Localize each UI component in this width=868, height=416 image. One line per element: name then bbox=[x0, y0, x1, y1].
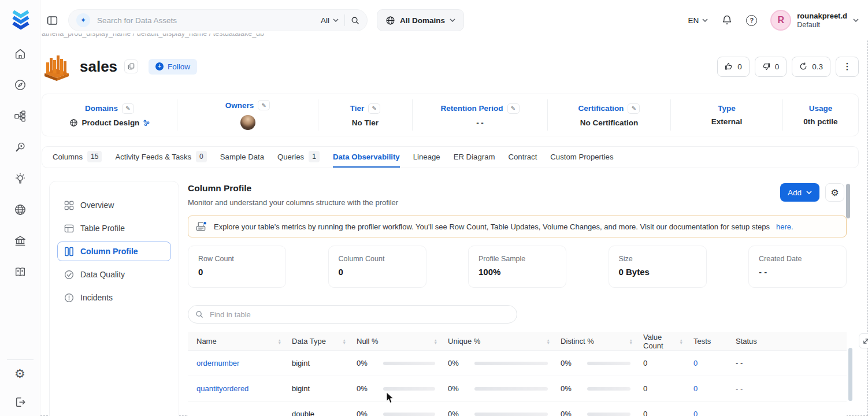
banner-text: Explore your table's metrics by running … bbox=[214, 222, 770, 231]
sort-icon[interactable]: ▲▼ bbox=[343, 339, 346, 344]
section-subtitle: Monitor and understand your columns stru… bbox=[188, 198, 398, 207]
lineage-graph-icon[interactable] bbox=[13, 109, 27, 123]
search-icon[interactable] bbox=[351, 16, 359, 25]
search-scope-dropdown[interactable]: All bbox=[321, 16, 339, 25]
sort-icon[interactable]: ▲▼ bbox=[434, 339, 437, 344]
edit-domains-icon[interactable]: ✎ bbox=[122, 103, 134, 114]
status-cell: - - bbox=[736, 359, 847, 367]
edit-tier-icon[interactable]: ✎ bbox=[368, 103, 380, 114]
owner-avatar[interactable] bbox=[240, 115, 255, 130]
header-unique-pct[interactable]: Unique % ▲▼ bbox=[448, 337, 561, 346]
resize-diagonal-icon bbox=[862, 337, 868, 345]
breadcrumb[interactable]: athena_prod_display_name / default_displ… bbox=[42, 34, 400, 40]
logout-icon[interactable] bbox=[13, 395, 27, 409]
sort-icon[interactable]: ▲▼ bbox=[680, 339, 683, 344]
upvote-button[interactable]: 0 bbox=[717, 57, 750, 77]
user-avatar[interactable]: R bbox=[770, 10, 791, 31]
settings-gear-icon[interactable]: ⚙ bbox=[13, 366, 27, 380]
header-data-type[interactable]: Data Type ▲▼ bbox=[292, 337, 357, 346]
edit-retention-icon[interactable]: ✎ bbox=[507, 103, 520, 114]
distinct-pct-cell: 0% bbox=[561, 359, 643, 367]
domain-value[interactable]: Product Design bbox=[82, 118, 140, 127]
stat-card-column-count: Column Count 0 bbox=[328, 246, 426, 288]
page-scrollbar-thumb[interactable] bbox=[846, 184, 850, 218]
usage-value: 0th pctile bbox=[803, 117, 837, 126]
nav-item-overview[interactable]: Overview bbox=[57, 195, 171, 215]
global-search[interactable]: ✦ All bbox=[68, 9, 368, 31]
data-quality-check-icon bbox=[64, 269, 74, 280]
edit-owners-icon[interactable]: ✎ bbox=[258, 100, 270, 110]
nav-item-table-profile[interactable]: Table Profile bbox=[57, 218, 171, 238]
panel-collapse-handle[interactable] bbox=[859, 333, 868, 348]
language-label: EN bbox=[688, 16, 699, 25]
copy-name-icon[interactable] bbox=[124, 60, 138, 73]
rail-divider bbox=[7, 359, 34, 360]
column-profile-icon bbox=[64, 246, 74, 257]
tab-lineage[interactable]: Lineage bbox=[413, 147, 440, 168]
sidebar-toggle-icon[interactable] bbox=[45, 13, 59, 27]
all-domains-label: All Domains bbox=[400, 16, 445, 25]
govern-bank-icon[interactable] bbox=[13, 234, 27, 248]
glossary-book-icon[interactable] bbox=[13, 265, 27, 279]
banner-here-link[interactable]: here. bbox=[776, 222, 793, 231]
sort-icon[interactable]: ▲▼ bbox=[547, 339, 550, 344]
column-name-link[interactable]: quantityordered bbox=[188, 384, 292, 393]
edit-certification-icon[interactable]: ✎ bbox=[628, 103, 640, 114]
ai-sparkle-icon[interactable]: ✦ bbox=[76, 13, 90, 27]
tab-columns[interactable]: Columns 15 bbox=[53, 147, 102, 168]
tab-er-diagram[interactable]: ER Diagram bbox=[454, 147, 495, 168]
domains-globe-icon[interactable] bbox=[13, 203, 27, 217]
stat-card-row-count: Row Count 0 bbox=[188, 246, 286, 288]
tests-link[interactable]: 0 bbox=[693, 359, 736, 367]
meta-usage: Usage 0th pctile bbox=[783, 104, 858, 126]
search-input[interactable] bbox=[96, 16, 315, 25]
unique-pct-cell: 0% bbox=[448, 359, 561, 367]
help-icon[interactable]: ? bbox=[746, 15, 757, 26]
observability-search-icon[interactable] bbox=[13, 140, 27, 154]
header-value-count[interactable]: Value Count ▲▼ bbox=[643, 333, 693, 350]
explore-compass-icon[interactable] bbox=[13, 78, 27, 92]
left-rail: ⚙ bbox=[0, 0, 40, 416]
version-button[interactable]: 0.3 bbox=[792, 57, 830, 77]
notifications-bell-icon[interactable] bbox=[721, 14, 733, 26]
tab-sample-data[interactable]: Sample Data bbox=[220, 147, 264, 168]
value-count-cell: 0 bbox=[643, 359, 693, 367]
entity-header: sales + Follow 0 0 0.3 ⋮ bbox=[42, 50, 859, 83]
tests-link[interactable]: 0 bbox=[693, 384, 736, 393]
tab-data-observability[interactable]: Data Observability bbox=[333, 147, 400, 168]
follow-button[interactable]: + Follow bbox=[149, 59, 197, 75]
subdomain-link-icon bbox=[143, 120, 150, 126]
overview-grid-icon bbox=[64, 200, 74, 210]
insights-bulb-icon[interactable] bbox=[13, 172, 27, 185]
progress-bar bbox=[587, 413, 630, 416]
downvote-button[interactable]: 0 bbox=[755, 57, 787, 77]
header-name[interactable]: Name ▲▼ bbox=[188, 337, 292, 346]
profiler-settings-button[interactable]: ⚙ bbox=[825, 183, 844, 202]
header-null-pct[interactable]: Null % ▲▼ bbox=[357, 337, 448, 346]
find-in-table-input[interactable] bbox=[209, 310, 510, 320]
more-options-kebab-icon[interactable]: ⋮ bbox=[836, 57, 859, 77]
nav-item-incidents[interactable]: Incidents bbox=[57, 288, 171, 307]
tab-custom-properties[interactable]: Custom Properties bbox=[550, 147, 613, 168]
nav-item-data-quality[interactable]: Data Quality bbox=[57, 265, 171, 284]
all-domains-dropdown[interactable]: All Domains bbox=[377, 9, 464, 31]
sort-icon[interactable]: ▲▼ bbox=[629, 339, 633, 344]
progress-bar bbox=[587, 362, 630, 365]
stat-card-created-date: Created Date - - bbox=[748, 246, 847, 288]
tests-link[interactable]: 0 bbox=[693, 410, 736, 416]
home-icon[interactable] bbox=[13, 47, 27, 61]
nav-item-column-profile[interactable]: Column Profile bbox=[57, 242, 171, 261]
tab-queries[interactable]: Queries 1 bbox=[277, 147, 320, 168]
tab-activity-feeds[interactable]: Activity Feeds & Tasks 0 bbox=[115, 147, 206, 168]
app-logo-icon[interactable] bbox=[10, 9, 32, 32]
tab-contract[interactable]: Contract bbox=[508, 147, 537, 168]
add-button[interactable]: Add bbox=[780, 183, 819, 202]
user-menu[interactable]: R rounakpreet.d Default bbox=[770, 10, 859, 31]
language-dropdown[interactable]: EN bbox=[688, 16, 709, 25]
column-name-link[interactable]: ordernumber bbox=[188, 359, 292, 367]
downvote-count: 0 bbox=[775, 62, 780, 71]
sort-icon[interactable]: ▲▼ bbox=[278, 339, 281, 344]
table-scrollbar-thumb[interactable] bbox=[848, 348, 852, 401]
header-distinct-pct[interactable]: Distinct % ▲▼ bbox=[561, 337, 643, 346]
find-in-table[interactable] bbox=[188, 305, 517, 324]
